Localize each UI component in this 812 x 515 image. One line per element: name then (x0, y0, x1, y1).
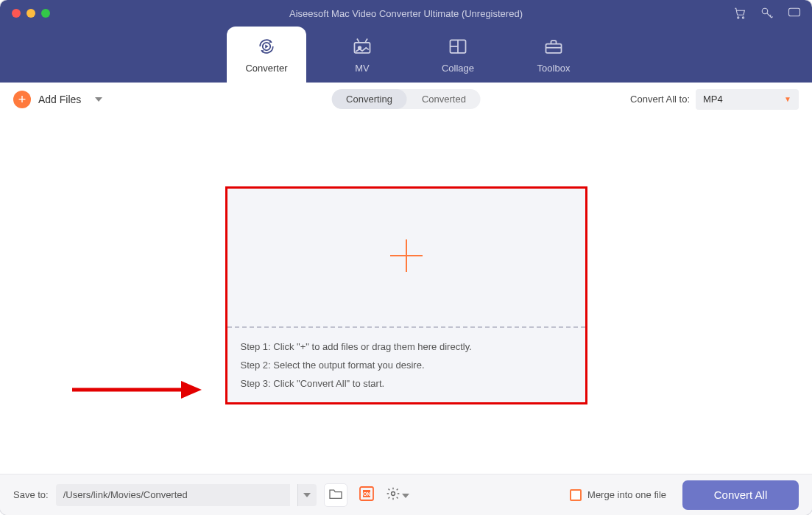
settings-button[interactable] (386, 483, 409, 507)
svg-point-1 (742, 17, 744, 18)
instruction-step: Step 3: Click "Convert All" to start. (241, 378, 572, 389)
plus-large-icon (387, 237, 426, 278)
chevron-down-icon (402, 488, 409, 502)
tab-toolbox[interactable]: Toolbox (514, 27, 593, 83)
open-folder-button[interactable] (324, 483, 347, 507)
dropdown-arrow-icon: ▼ (784, 95, 791, 103)
tab-label: Collage (442, 63, 474, 74)
dropzone-add-area[interactable] (227, 189, 585, 326)
add-files-label: Add Files (38, 94, 81, 105)
instruction-step: Step 2: Select the output format you des… (241, 360, 572, 371)
merge-label: Merge into one file (587, 489, 666, 500)
format-value: MP4 (703, 94, 723, 105)
svg-marker-5 (265, 44, 268, 48)
gear-icon (386, 486, 400, 504)
chevron-down-icon[interactable] (94, 94, 103, 105)
save-to-label: Save to: (13, 489, 49, 500)
tab-label: Converter (245, 63, 287, 74)
gpu-icon: ON (358, 485, 375, 505)
convert-all-selector: Convert All to: MP4 ▼ (630, 89, 799, 110)
svg-marker-18 (303, 493, 311, 497)
titlebar: Aiseesoft Mac Video Converter Ultimate (… (0, 0, 812, 27)
converter-icon (256, 36, 277, 57)
plus-icon: + (13, 91, 31, 108)
pill-converted[interactable]: Converted (407, 89, 481, 109)
content-area: Step 1: Click "+" to add files or drag t… (0, 116, 812, 474)
maximize-window[interactable] (41, 9, 50, 18)
convert-all-button[interactable]: Convert All (682, 480, 799, 510)
convert-all-label: Convert All (714, 488, 768, 501)
window-title: Aiseesoft Mac Video Converter Ultimate (… (289, 8, 523, 19)
pill-converting[interactable]: Converting (331, 89, 407, 109)
svg-text:ON: ON (363, 491, 370, 496)
format-dropdown[interactable]: MP4 ▼ (696, 89, 799, 110)
save-path-field[interactable]: /Users/link/Movies/Converted (56, 484, 290, 506)
svg-marker-15 (181, 381, 202, 399)
bottombar: Save to: /Users/link/Movies/Converted ON (0, 474, 812, 515)
tab-collage[interactable]: Collage (418, 27, 498, 83)
collage-icon (448, 36, 468, 57)
instruction-step: Step 1: Click "+" to add files or drag t… (241, 341, 572, 352)
merge-checkbox[interactable] (570, 489, 582, 501)
cart-icon[interactable] (732, 7, 747, 20)
svg-marker-13 (95, 97, 102, 102)
annotation-arrow (71, 379, 203, 403)
convert-all-to-label: Convert All to: (630, 94, 690, 105)
titlebar-actions (732, 7, 802, 20)
add-files-button[interactable]: + Add Files (13, 91, 103, 108)
merge-toggle[interactable]: Merge into one file (570, 489, 666, 501)
tab-label: Toolbox (537, 63, 571, 74)
minimize-window[interactable] (27, 9, 35, 18)
save-path-value: /Users/link/Movies/Converted (63, 489, 188, 500)
window-controls (0, 9, 50, 18)
sub-toolbar: + Add Files Converting Converted Convert… (0, 83, 812, 116)
status-filter: Converting Converted (331, 89, 481, 109)
svg-point-0 (738, 17, 739, 18)
instructions: Step 1: Click "+" to add files or drag t… (227, 328, 585, 402)
tab-label: MV (355, 63, 370, 74)
folder-icon (328, 488, 343, 502)
svg-point-22 (391, 491, 395, 495)
toolbox-icon (543, 36, 564, 57)
close-window[interactable] (12, 9, 21, 18)
feedback-icon[interactable] (787, 7, 802, 20)
tab-converter[interactable]: Converter (227, 27, 306, 83)
app-window: Aiseesoft Mac Video Converter Ultimate (… (0, 0, 812, 515)
key-icon[interactable] (760, 7, 774, 20)
save-path-dropdown[interactable] (297, 484, 317, 506)
main-nav: Converter MV (0, 27, 812, 83)
svg-marker-23 (402, 494, 409, 498)
tab-mv[interactable]: MV (322, 27, 402, 83)
dropzone[interactable]: Step 1: Click "+" to add files or drag t… (225, 186, 587, 404)
gpu-accel-button[interactable]: ON (355, 483, 378, 507)
mv-icon (352, 36, 373, 57)
